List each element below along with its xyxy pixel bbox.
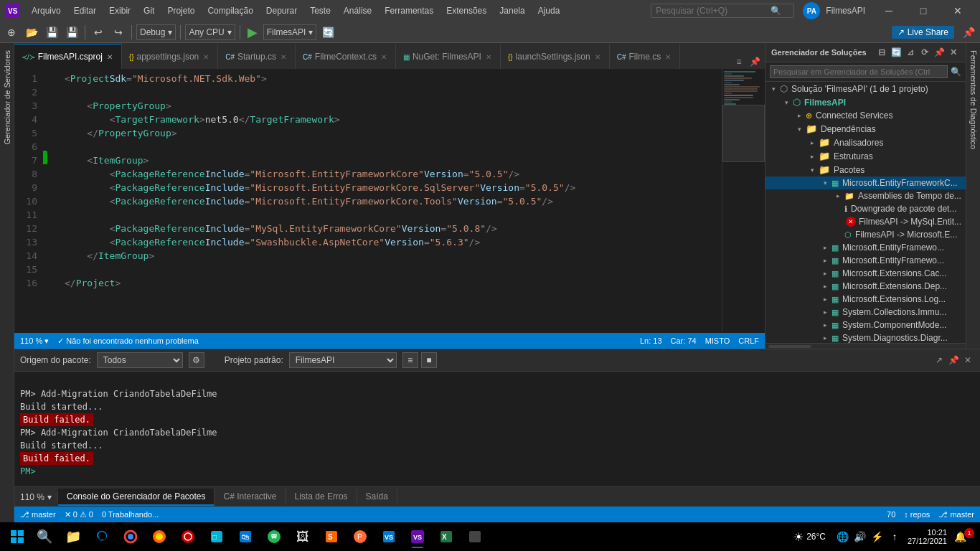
errors-status[interactable]: ✕ 0 ⚠ 0 <box>65 510 93 519</box>
search-input[interactable] <box>656 6 771 16</box>
tab-appsettings[interactable]: {} appsettings.json ✕ <box>122 44 218 69</box>
code-content[interactable]: <Project Sdk="Microsoft.NET.Sdk.Web"> ··… <box>59 69 722 333</box>
taskbar-photos[interactable]: 🖼 <box>290 524 316 550</box>
pin-btn[interactable]: 📌 <box>933 46 946 59</box>
close-panel-btn[interactable]: ✕ <box>961 354 974 367</box>
expand-icon[interactable]: ▸ <box>807 138 817 148</box>
tab-filmesapi-csproj[interactable]: ≺/≻ FilmesAPI.csproj ✕ <box>14 44 122 69</box>
expand-icon[interactable]: ▾ <box>820 178 830 188</box>
tree-ms-ref[interactable]: ⬡ FilmesAPI -> Microsoft.E... <box>765 228 966 241</box>
tree-dependencias[interactable]: ▾ 📁 Dependências <box>765 122 966 136</box>
expand-icon[interactable]: ▸ <box>820 333 830 343</box>
menu-compilacao[interactable]: Compilação <box>202 3 258 19</box>
tree-downgrade[interactable]: ℹ Downgrade de pacote det... <box>765 202 966 215</box>
taskbar-windows-security[interactable]: □ <box>204 524 230 550</box>
tab-close-icon[interactable]: ✕ <box>202 52 210 62</box>
taskbar-visual-studio[interactable]: VS <box>405 524 430 550</box>
menu-analise[interactable]: Análise <box>338 3 377 19</box>
tree-pkg7[interactable]: ▸ ▦ System.ComponentMode... <box>765 319 966 331</box>
tab-nuget[interactable]: ▦ NuGet: FilmesAPI ✕ <box>396 44 501 69</box>
taskbar-vscode[interactable]: VS <box>376 524 402 550</box>
taskbar-excel[interactable]: X <box>433 524 459 550</box>
platform-dropdown[interactable]: Any CPU ▾ <box>185 24 235 40</box>
menu-ajuda[interactable]: Ajuda <box>532 3 566 19</box>
console-content[interactable]: PM> Add-Migration CriandoTabelaDeFilme B… <box>14 372 980 486</box>
menu-teste[interactable]: Teste <box>304 3 336 19</box>
taskbar-edge[interactable] <box>89 524 115 550</box>
diagnostics-tab[interactable]: Ferramentas de Diagnóstico <box>967 43 980 156</box>
expand-icon[interactable]: ▸ <box>833 191 843 201</box>
bottom-zoom[interactable]: 110 % ▾ <box>14 492 58 502</box>
tab-saida[interactable]: Saída <box>357 489 397 506</box>
battery-icon[interactable]: ⚡ <box>870 529 885 544</box>
menu-ferramentas[interactable]: Ferramentas <box>379 3 439 19</box>
sync-btn[interactable]: ⟳ <box>918 46 931 59</box>
toolbar-pin[interactable]: 📌 <box>960 24 977 41</box>
expand-icon[interactable]: ▸ <box>820 307 830 317</box>
menu-depurar[interactable]: Depurar <box>260 3 303 19</box>
origin-select[interactable]: Todos <box>97 352 183 368</box>
toolbar-new[interactable]: ⊕ <box>3 24 20 41</box>
tree-pacotes[interactable]: ▾ 📁 Pacotes <box>765 163 966 176</box>
tab-close-icon[interactable]: ✕ <box>380 52 388 62</box>
notification-area[interactable]: 🔔 1 <box>953 529 974 544</box>
taskbar-explorer[interactable]: 📁 <box>60 524 86 550</box>
menu-extensoes[interactable]: Extensões <box>440 3 492 19</box>
settings-btn[interactable]: ⚙ <box>189 352 204 368</box>
menu-arquivo[interactable]: Arquivo <box>26 3 67 19</box>
tab-close-icon[interactable]: ✕ <box>664 52 672 62</box>
taskbar-firefox[interactable] <box>146 524 172 550</box>
menu-editar[interactable]: Editar <box>68 3 102 19</box>
tab-console-gerenciador[interactable]: Console do Gerenciador de Pacotes <box>58 489 215 506</box>
clear-btn[interactable]: ≡ <box>402 352 418 368</box>
scrollbar-thumb[interactable] <box>768 345 811 348</box>
volume-icon[interactable]: 🔊 <box>853 529 867 544</box>
float-panel-btn[interactable]: ↗ <box>933 354 946 367</box>
toolbar-refresh[interactable]: 🔄 <box>319 24 336 41</box>
toolbar-open[interactable]: 📂 <box>23 24 40 41</box>
dock-panel-btn[interactable]: 📌 <box>947 354 960 367</box>
expand-icon[interactable]: ▸ <box>820 320 830 330</box>
zoom-status[interactable]: 110 % ▾ <box>20 336 49 346</box>
tab-startup[interactable]: C# Startup.cs ✕ <box>218 44 296 69</box>
tree-pkg6[interactable]: ▸ ▦ System.Collections.Immu... <box>765 306 966 319</box>
tree-assemblies[interactable]: ▸ 📁 Assemblies de Tempo de... <box>765 189 966 202</box>
toolbar-save[interactable]: 💾 <box>43 24 60 41</box>
taskbar-sublime[interactable]: S <box>319 524 344 550</box>
taskbar-search[interactable]: 🔍 <box>32 524 57 550</box>
repo-status[interactable]: ↕ repos <box>904 510 930 519</box>
branch-status-right[interactable]: ⎇ master <box>938 510 974 519</box>
tab-lista-erros[interactable]: Lista de Erros <box>286 489 357 506</box>
tab-close-icon[interactable]: ✕ <box>593 52 602 62</box>
tree-mysql-ref[interactable]: ✕ FilmesAPI -> MySql.Entit... <box>765 215 966 228</box>
liveshare-button[interactable]: ↗ Live Share <box>892 26 954 39</box>
stop-btn[interactable]: ■ <box>421 352 437 368</box>
taskbar-chrome[interactable] <box>118 524 143 550</box>
minimap-viewport[interactable] <box>722 105 765 162</box>
tree-estruturas[interactable]: ▸ 📁 Estruturas <box>765 149 966 163</box>
tab-pin-btn[interactable]: 📌 <box>748 55 762 69</box>
expand-icon[interactable]: ▾ <box>781 98 791 108</box>
run-button[interactable]: ▶ <box>245 24 260 40</box>
project-select[interactable]: FilmesAPI <box>289 352 397 368</box>
collapse-all-btn[interactable]: ⊟ <box>875 46 888 59</box>
menu-projeto[interactable]: Projeto <box>161 3 200 19</box>
solution-search-input[interactable] <box>770 65 948 78</box>
vs-logo[interactable]: VS <box>6 4 20 18</box>
tree-pkg8[interactable]: ▸ ▦ System.Diagnostics.Diagr... <box>765 331 966 343</box>
expand-icon[interactable]: ▾ <box>807 165 817 175</box>
tab-launchsettings[interactable]: {} launchSettings.json ✕ <box>501 44 610 69</box>
tab-csharp-interactive[interactable]: C# Interactive <box>215 489 286 506</box>
sidebar-servers[interactable]: Gerenciador de Servidores <box>1 43 14 151</box>
solution-search-bar[interactable]: 🔍 <box>765 62 966 82</box>
git-status[interactable]: ⎇ master <box>20 510 56 519</box>
refresh-btn[interactable]: 🔄 <box>890 46 903 59</box>
filter-btn[interactable]: ⊿ <box>904 46 917 59</box>
tab-close-icon[interactable]: ✕ <box>484 52 493 62</box>
network-icon[interactable]: 🌐 <box>836 529 850 544</box>
tree-analisadores[interactable]: ▸ 📁 Analisadores <box>765 136 966 149</box>
expand-icon[interactable]: ▾ <box>794 124 804 134</box>
tab-close-icon[interactable]: ✕ <box>279 52 288 62</box>
tree-connected-services[interactable]: ▸ ⊕ Connected Services <box>765 109 966 122</box>
taskbar-postman[interactable]: P <box>347 524 373 550</box>
